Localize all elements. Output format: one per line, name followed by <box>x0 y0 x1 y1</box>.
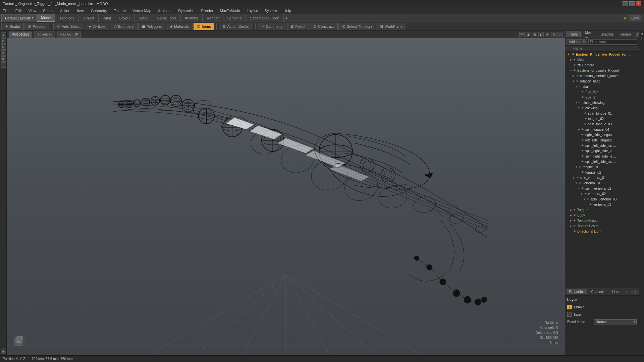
menu-geometry[interactable]: Geometry <box>90 8 108 13</box>
visibility-icon[interactable]: 👁 <box>575 74 579 78</box>
tree-item-tongue01[interactable]: ▼ 👁 tongue_01 <box>565 164 639 170</box>
tree-item-ek-rigged[interactable]: ▼ 👁 Eastern_Kingsnake_Rigged <box>565 68 639 73</box>
visibility-icon[interactable]: 👁 <box>571 52 575 56</box>
visibility-icon[interactable]: 👁 <box>586 197 590 201</box>
visibility-icon[interactable]: 👁 <box>581 149 585 153</box>
action-center-button[interactable]: ⊕ Action Center <box>219 23 253 30</box>
vp-icon-expand[interactable]: ⤢ <box>557 32 563 37</box>
visibility-icon[interactable]: 👁 <box>573 68 577 72</box>
tree-item-sv01[interactable]: ▼ 👁 spin_vertebra_01 <box>565 175 639 180</box>
invert-checkbox[interactable] <box>567 312 572 317</box>
visibility-icon[interactable]: 👁 <box>578 165 582 169</box>
tab-scripting[interactable]: Scripting <box>223 14 246 22</box>
tab-render[interactable]: Render <box>203 14 223 22</box>
tree-item-slsl[interactable]: 👁 spin_left_side_lan ... <box>565 143 639 148</box>
left-tool-6[interactable]: ✦ <box>1 62 6 68</box>
menu-maxtomodo[interactable]: MaxToModo <box>219 8 241 13</box>
menu-layout[interactable]: Layout <box>246 8 259 13</box>
left-tool-5[interactable]: ⊠ <box>1 56 6 62</box>
visibility-icon[interactable]: 👁 <box>581 106 585 110</box>
visibility-icon[interactable]: 👁 <box>573 208 577 212</box>
select-through-button[interactable]: ⊙ Select Through <box>338 23 375 30</box>
tab-model[interactable]: Model <box>37 14 55 22</box>
tab-lists[interactable]: Lists <box>609 289 622 294</box>
tab-groups[interactable]: Groups <box>618 32 635 37</box>
visibility-icon[interactable]: 👁 <box>581 154 585 158</box>
tree-item-tongue02b[interactable]: 👁 tongue_02 <box>565 170 639 175</box>
tab-channels[interactable]: Channels <box>589 289 608 294</box>
menu-vertex-map[interactable]: Vertex Map <box>131 8 153 13</box>
items-tree[interactable]: ▼ 👁 Eastern_Kingsnake_Rigged_for_... ▶ 👁… <box>565 52 639 288</box>
minimize-button[interactable]: ─ <box>623 1 628 6</box>
vp-icon-camera[interactable]: 📷 <box>519 32 525 37</box>
visibility-icon[interactable]: 👁 <box>583 111 587 115</box>
tree-item-sv03[interactable]: ▼ 👁 spin_vertebra_03 <box>565 196 639 202</box>
tree-item-body-group[interactable]: ▶ 👁 Body <box>565 213 639 218</box>
perspective-button[interactable]: Perspective <box>9 32 32 38</box>
visibility-icon[interactable]: 👁 <box>578 181 582 185</box>
tab-topology[interactable]: Topology <box>55 14 78 22</box>
visibility-icon[interactable]: 👁 <box>583 122 587 126</box>
visibility-icon[interactable]: 👁 <box>575 176 579 180</box>
menu-dynamics[interactable]: Dynamics <box>177 8 196 13</box>
tree-item-close-chewing[interactable]: ▼ 👁 close_chewing <box>565 100 639 105</box>
visibility-icon[interactable]: 👁 <box>573 63 577 67</box>
polygons-button[interactable]: ◼ Polygons <box>138 23 165 30</box>
tree-item-srsl[interactable]: 👁 spin_right_side_la ... <box>565 148 639 154</box>
visibility-icon[interactable]: 👁 <box>581 138 585 142</box>
left-tool-3[interactable]: ↻ <box>1 44 6 50</box>
visibility-icon[interactable]: 👁 <box>581 186 585 190</box>
tree-item-texturegroup[interactable]: ▶ 👁 TextureGroup <box>565 218 639 223</box>
menu-select[interactable]: Select <box>42 8 55 13</box>
visibility-icon[interactable]: 👁 <box>578 84 582 88</box>
left-tool-bottom[interactable]: ◉ <box>1 349 6 354</box>
visibility-icon[interactable]: 👁 <box>581 95 585 99</box>
visibility-icon[interactable]: 👁 <box>581 90 585 94</box>
tab-plus[interactable]: + <box>623 289 630 294</box>
visibility-icon[interactable]: 👁 <box>578 101 582 105</box>
tree-item-directional-light[interactable]: 👁 Directional Light <box>565 229 639 234</box>
tab-paint[interactable]: Paint <box>99 14 115 22</box>
blend-mode-dropdown[interactable]: Normal ▾ <box>594 319 637 324</box>
tree-item-eye-left[interactable]: 👁 Eye_left <box>565 95 639 100</box>
visibility-icon[interactable]: 👁 <box>581 143 585 147</box>
tab-uvedit[interactable]: UVEdit <box>78 14 98 22</box>
add-item-button[interactable]: Add Item ▾ <box>567 39 587 45</box>
add-layout-button[interactable]: + <box>285 15 288 21</box>
tree-item-v02[interactable]: ▼ 👁 vertebra_02 <box>565 191 639 196</box>
menu-help[interactable]: Help <box>282 8 292 13</box>
viewport-canvas[interactable]: Y Z No Items Channels: 0 Deformers: ON G… <box>7 38 565 355</box>
orientation-cube[interactable]: Y Z <box>12 335 25 349</box>
vp-icon-wire[interactable]: ⊞ <box>532 32 537 37</box>
visibility-icon[interactable]: 👁 <box>573 224 577 228</box>
vp-icon-render[interactable]: ◑ <box>526 32 531 37</box>
menu-animate[interactable]: Animate <box>157 8 173 13</box>
menu-file[interactable]: File <box>1 8 10 13</box>
filter-items-input[interactable] <box>588 39 637 45</box>
tab-setup[interactable]: Setup <box>135 14 153 22</box>
sculpt-button[interactable]: ✦ Sculpt <box>1 23 24 30</box>
tree-item-sv02[interactable]: ▼ 👁 spin_vertebra_02 <box>565 186 639 191</box>
visibility-icon[interactable]: 👁 <box>575 79 579 83</box>
visibility-icon[interactable]: 👁 <box>581 170 585 174</box>
tree-item-rotation-head[interactable]: ▼ 👁 rotation_head <box>565 78 639 84</box>
visibility-icon[interactable]: 👁 <box>581 127 585 131</box>
tree-item-mesh[interactable]: ▶ 👁 Mesh <box>565 57 639 62</box>
left-tool-2[interactable]: ▷ <box>1 38 6 44</box>
menu-item[interactable]: Item <box>76 8 86 13</box>
materials-button[interactable]: ◈ Materials <box>166 23 193 30</box>
prop-panel-icon1[interactable] <box>632 290 636 294</box>
menu-view[interactable]: View <box>27 8 38 13</box>
tree-item-tongue02[interactable]: 👁 tongue_02 <box>565 116 639 121</box>
menu-edit[interactable]: Edit <box>14 8 23 13</box>
close-button[interactable]: ✕ <box>636 1 641 6</box>
menu-action[interactable]: Action <box>59 8 72 13</box>
visibility-icon[interactable]: 👁 <box>583 192 587 196</box>
tab-properties[interactable]: Properties <box>567 289 587 294</box>
visibility-icon[interactable]: 👁 <box>581 133 585 137</box>
visibility-icon[interactable]: 👁 <box>573 229 577 233</box>
default-layouts-button[interactable]: Default Layouts ▾ <box>1 14 37 22</box>
tree-item-lsl[interactable]: 👁 left_side_languag ... <box>565 137 639 143</box>
tree-item-ccm[interactable]: ▶ 👁 common_controller_move <box>565 73 639 78</box>
items-button[interactable]: ⊡ Items <box>194 23 215 30</box>
